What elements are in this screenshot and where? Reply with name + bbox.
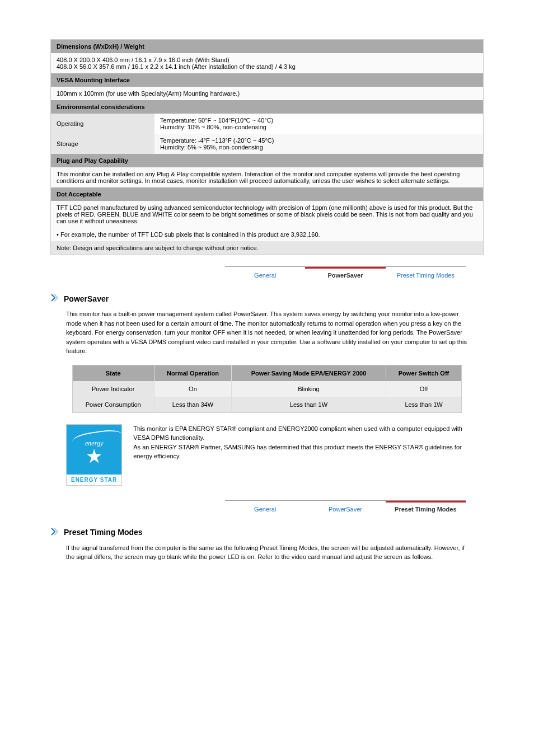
energy-star-row: energy ★ ENERGY STAR This monitor is EPA…	[66, 424, 468, 486]
chevron-icon-2	[50, 527, 59, 538]
chevron-icon	[50, 293, 59, 304]
energy-star-bar: ENERGY STAR	[67, 475, 121, 485]
tab-preset-2[interactable]: Preset Timing Modes	[386, 501, 466, 516]
pt-r1c1: Less than 34W	[154, 397, 232, 413]
spec-hdr-vesa: VESA Mounting Interface	[51, 73, 484, 87]
spec-val-dim: 408.0 X 200.0 X 406.0 mm / 16.1 x 7.9 x …	[51, 53, 484, 73]
spec-hdr-dim: Dimensions (WxDxH) / Weight	[51, 40, 484, 54]
tab-powersaver[interactable]: PowerSaver	[305, 267, 385, 282]
preset-para: If the signal transferred from the compu…	[66, 543, 468, 562]
pt-r1c2: Less than 1W	[232, 397, 386, 413]
spec-hdr-pnp: Plug and Play Capability	[51, 154, 484, 167]
spec-hdr-dot: Dot Acceptable	[51, 187, 484, 201]
powersaver-table: State Normal Operation Power Saving Mode…	[72, 365, 462, 413]
energy-star-logo: energy ★ ENERGY STAR	[66, 424, 122, 486]
pt-h0: State	[72, 365, 154, 381]
spec-env-op-lbl: Operating	[51, 114, 155, 134]
spec-val-vesa: 100mm x 100mm (for use with Specialty(Ar…	[51, 87, 484, 100]
pt-r0c1: On	[154, 381, 232, 397]
tab-general[interactable]: General	[225, 267, 305, 282]
tab-nav-preset: General PowerSaver Preset Timing Modes	[225, 500, 466, 516]
section-preset: Preset Timing Modes	[50, 527, 484, 538]
spec-env-st-lbl: Storage	[51, 134, 155, 154]
spec-env-st-val: Temperature: -4°F ~113°F (-20°C ~ 45°C) …	[154, 134, 483, 154]
spec-val-dot: TFT LCD panel manufactured by using adva…	[51, 201, 484, 228]
section-title-preset: Preset Timing Modes	[64, 528, 143, 537]
tab-general-2[interactable]: General	[225, 501, 305, 516]
pt-h1: Normal Operation	[154, 365, 232, 381]
spec-val-pnp: This monitor can be installed on any Plu…	[51, 167, 484, 187]
pt-r0c0: Power Indicator	[72, 381, 154, 397]
pt-r0c2: Blinking	[232, 381, 386, 397]
pt-h3: Power Switch Off	[386, 365, 462, 381]
energy-star-text: This monitor is EPA ENERGY STAR® complia…	[133, 424, 468, 461]
powersaver-para: This monitor has a built-in power manage…	[66, 309, 468, 356]
spec-note: Note: Design and specifications are subj…	[51, 241, 484, 255]
star-icon: ★	[86, 445, 102, 467]
pt-r1c0: Power Consumption	[72, 397, 154, 413]
spec-hdr-env: Environmental considerations	[51, 100, 484, 114]
section-powersaver: PowerSaver	[50, 293, 484, 304]
pt-r1c3: Less than 1W	[386, 397, 462, 413]
pt-h2: Power Saving Mode EPA/ENERGY 2000	[232, 365, 386, 381]
spec-env-op-val: Temperature: 50°F ~ 104°F(10°C ~ 40°C) H…	[154, 114, 483, 134]
tab-nav-powersaver: General PowerSaver Preset Timing Modes	[225, 266, 466, 282]
tab-powersaver-2[interactable]: PowerSaver	[305, 501, 385, 516]
pt-r0c3: Off	[386, 381, 462, 397]
tab-preset[interactable]: Preset Timing Modes	[386, 267, 466, 282]
spec-table: Dimensions (WxDxH) / Weight 408.0 X 200.…	[50, 39, 484, 255]
section-title-powersaver: PowerSaver	[64, 294, 109, 303]
spec-bullet-dot: • For example, the number of TFT LCD sub…	[51, 228, 484, 241]
